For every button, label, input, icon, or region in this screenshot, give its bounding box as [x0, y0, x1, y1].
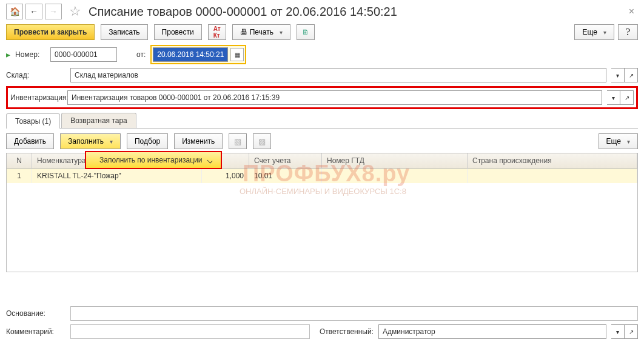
- status-flag-icon: ▸: [6, 50, 10, 59]
- grid-icon-button-1[interactable]: ▧: [229, 133, 247, 149]
- inventory-input[interactable]: Инвентаризация товаров 0000-000001 от 20…: [67, 90, 602, 105]
- save-button[interactable]: Записать: [101, 24, 147, 40]
- date-label: от:: [136, 50, 146, 59]
- comment-input[interactable]: [70, 324, 310, 339]
- col-n[interactable]: N: [7, 153, 32, 168]
- print-icon: [240, 28, 247, 36]
- comment-label: Комментарий:: [6, 327, 65, 336]
- favorite-star-icon[interactable]: ☆: [68, 4, 82, 19]
- responsible-label: Ответственный:: [320, 327, 374, 336]
- file-icon: [302, 28, 309, 36]
- inventory-highlight-row: Инвентаризация: Инвентаризация товаров 0…: [6, 86, 638, 109]
- post-and-close-button[interactable]: Провести и закрыть: [6, 24, 95, 40]
- more-button[interactable]: Еще: [574, 24, 614, 40]
- inventory-dropdown-icon[interactable]: ▾: [607, 90, 620, 105]
- warehouse-label: Склад:: [6, 71, 65, 79]
- grid-icon-button-2[interactable]: ▨: [253, 133, 271, 149]
- responsible-open-icon[interactable]: ↗: [625, 324, 638, 339]
- date-highlight-wrap: 20.06.2016 14:50:21 ▦: [150, 45, 246, 64]
- add-button[interactable]: Добавить: [6, 133, 54, 149]
- help-button[interactable]: ?: [618, 24, 638, 40]
- table-row[interactable]: 1 KRISTALL TL-24-"Пожар" 1,000 10.01: [7, 169, 637, 183]
- change-button[interactable]: Изменить: [174, 133, 223, 149]
- print-button[interactable]: Печать: [232, 24, 290, 40]
- fill-by-inventory-menu-item[interactable]: Заполнить по инвентаризации: [85, 151, 222, 169]
- attachment-button[interactable]: [297, 24, 315, 40]
- warehouse-dropdown-icon[interactable]: ▾: [611, 68, 625, 82]
- tab-packaging[interactable]: Возвратная тара: [61, 113, 136, 128]
- fill-button[interactable]: Заполнить: [60, 133, 121, 149]
- close-button[interactable]: ×: [625, 6, 638, 17]
- page-title: Списание товаров 0000-000001 от 20.06.20…: [89, 5, 397, 19]
- responsible-input[interactable]: Администратор: [378, 324, 606, 339]
- pick-button[interactable]: Подбор: [127, 133, 168, 149]
- col-gtd[interactable]: Номер ГТД: [322, 153, 468, 168]
- forward-button[interactable]: →: [45, 4, 62, 19]
- inventory-label: Инвентаризация:: [10, 93, 62, 102]
- goods-table: N Номенклатура Счет учета Номер ГТД Стра…: [6, 153, 638, 272]
- number-input[interactable]: 0000-000001: [50, 47, 117, 62]
- warehouse-input[interactable]: Склад материалов: [70, 68, 606, 82]
- warehouse-open-icon[interactable]: ↗: [625, 68, 638, 82]
- col-country[interactable]: Страна происхождения: [468, 153, 637, 168]
- calendar-icon[interactable]: ▦: [230, 48, 244, 61]
- basis-input[interactable]: [70, 306, 638, 321]
- post-button[interactable]: Провести: [154, 24, 202, 40]
- responsible-dropdown-icon[interactable]: ▾: [611, 324, 625, 339]
- home-button[interactable]: 🏠: [6, 4, 23, 19]
- back-button[interactable]: ←: [25, 4, 42, 19]
- col-account[interactable]: Счет учета: [249, 153, 322, 168]
- number-label: Номер:: [15, 50, 45, 59]
- inventory-open-icon[interactable]: ↗: [620, 90, 634, 105]
- grid-more-button[interactable]: Еще: [599, 133, 638, 149]
- tab-goods[interactable]: Товары (1): [6, 113, 60, 129]
- dt-kt-icon-button[interactable]: АтКт: [208, 24, 226, 40]
- date-input[interactable]: 20.06.2016 14:50:21: [153, 47, 228, 62]
- basis-label: Основание:: [6, 309, 65, 318]
